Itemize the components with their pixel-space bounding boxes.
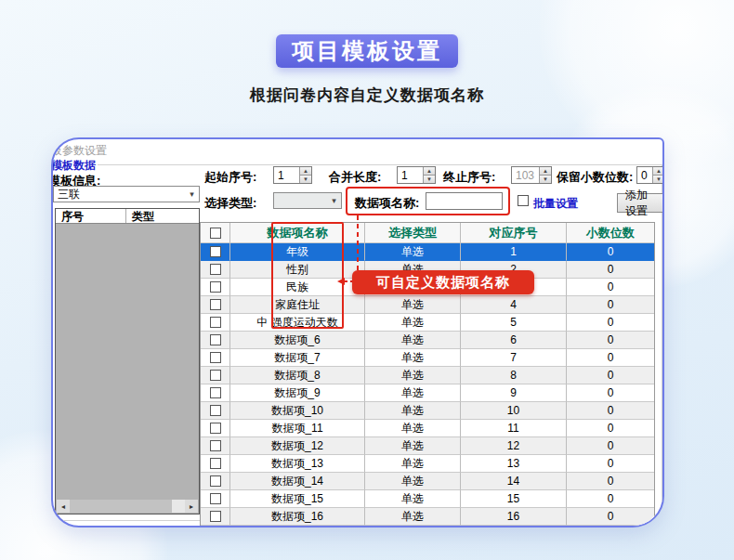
serial-cell: 14 (461, 473, 567, 490)
item-name-cell: 数据项_12 (230, 437, 365, 455)
decimals-cell: 0 (567, 473, 654, 490)
decimals-cell: 0 (567, 279, 654, 296)
table-row[interactable]: 数据项_15单选150 (201, 490, 654, 508)
annotation-balloon: 可自定义数据项名称 (352, 270, 534, 294)
merge-length-label: 合并长度: (329, 169, 381, 186)
item-name-highlight-box (346, 187, 510, 215)
select-type-cell: 单选 (365, 314, 461, 332)
table-row[interactable]: 数据项_16单选160 (201, 508, 654, 526)
row-checkbox-cell (201, 296, 230, 314)
horizontal-scrollbar[interactable]: ◂ ▸ (57, 500, 198, 513)
scroll-right-icon[interactable]: ▸ (185, 500, 198, 513)
serial-cell: 9 (461, 384, 567, 402)
decimals-cell: 0 (567, 420, 654, 437)
start-serial-label: 起始序号: (204, 169, 256, 186)
decimals-cell: 0 (567, 508, 654, 526)
serial-cell: 13 (461, 455, 567, 473)
serial-cell: 16 (461, 508, 567, 526)
decimal-keep-stepper[interactable]: 0 ▲▼ (636, 166, 664, 184)
row-checkbox[interactable] (210, 317, 221, 328)
table-row[interactable]: 数据项_8单选80 (201, 367, 654, 384)
row-checkbox[interactable] (210, 370, 221, 381)
chevron-down-icon: ▾ (185, 189, 199, 199)
row-checkbox-cell (201, 261, 230, 279)
table-row[interactable]: 数据项_6单选60 (201, 332, 654, 349)
start-serial-stepper[interactable]: 1 ▲▼ (273, 166, 312, 184)
select-type-cell: 单选 (365, 332, 461, 349)
serial-cell: 4 (461, 296, 567, 314)
row-checkbox[interactable] (210, 405, 221, 416)
table-row[interactable]: 数据项_10单选100 (201, 402, 654, 420)
row-checkbox-cell (201, 455, 230, 473)
item-name-cell: 数据项_7 (230, 349, 365, 367)
spinner-arrows-icon[interactable]: ▲▼ (652, 167, 664, 183)
row-checkbox[interactable] (210, 440, 221, 451)
table-row[interactable]: 数据项_14单选140 (201, 473, 654, 490)
row-checkbox[interactable] (210, 493, 221, 504)
table-row[interactable]: 数据项_13单选130 (201, 455, 654, 473)
template-select-value: 三联 (58, 187, 80, 202)
start-serial-value: 1 (274, 167, 299, 183)
end-serial-stepper: 103 ▲▼ (511, 166, 552, 184)
row-checkbox[interactable] (210, 246, 221, 257)
item-name-cell: 数据项_15 (230, 490, 365, 508)
table-row[interactable]: 中 强度运动天数单选50 (201, 314, 654, 332)
select-type-cell: 单选 (365, 490, 461, 508)
select-type-dropdown[interactable]: ▾ (273, 192, 342, 209)
template-select[interactable]: 三联 ▾ (53, 186, 200, 202)
scrollbar-track[interactable] (70, 500, 185, 513)
row-checkbox[interactable] (210, 264, 221, 275)
item-name-cell: 数据项_6 (230, 332, 365, 349)
select-type-cell: 单选 (365, 296, 461, 314)
row-checkbox-cell (201, 243, 230, 261)
decimals-cell: 0 (567, 296, 654, 314)
item-name-cell: 数据项_16 (230, 508, 365, 526)
page-background: 项目模板设置 根据问卷内容自定义数据项名称 模板参数设置 模板数据 模板信息: … (0, 0, 734, 560)
table-row[interactable]: 数据项_11单选110 (201, 420, 654, 437)
template-item-list[interactable]: 序号 类型 ◂ ▸ (55, 208, 200, 514)
merge-length-stepper[interactable]: 1 ▲▼ (397, 166, 436, 184)
scroll-left-icon[interactable]: ◂ (57, 500, 70, 513)
decimals-cell: 0 (567, 402, 654, 420)
row-checkbox[interactable] (210, 281, 221, 293)
table-header-row: 数据项名称 选择类型 对应序号 小数位数 (201, 223, 654, 243)
serial-cell: 5 (461, 314, 567, 332)
merge-length-value: 1 (398, 167, 423, 183)
scrollbar-thumb[interactable] (70, 500, 172, 513)
row-checkbox[interactable] (210, 423, 221, 434)
row-checkbox[interactable] (210, 352, 221, 363)
item-name-cell: 数据项_11 (230, 420, 365, 437)
list-col-serial: 序号 (56, 209, 126, 223)
row-checkbox[interactable] (210, 511, 221, 522)
row-checkbox-cell (201, 473, 230, 490)
select-type-cell: 单选 (365, 455, 461, 473)
spinner-arrows-icon[interactable]: ▲▼ (299, 167, 311, 183)
row-checkbox[interactable] (210, 475, 221, 487)
page-subtitle: 根据问卷内容自定义数据项名称 (0, 85, 734, 106)
row-checkbox[interactable] (210, 458, 221, 469)
row-checkbox[interactable] (210, 387, 221, 398)
select-all-checkbox[interactable] (210, 228, 221, 239)
spinner-arrows-icon[interactable]: ▲▼ (423, 167, 435, 183)
table-row[interactable]: 数据项_12单选120 (201, 437, 654, 455)
window-title: 模板参数设置 (51, 143, 107, 159)
add-settings-button[interactable]: 添加设置 (617, 193, 663, 213)
row-checkbox[interactable] (210, 299, 221, 310)
header-select-type: 选择类型 (365, 223, 461, 243)
table-row[interactable]: 年级单选10 (201, 243, 654, 261)
decimals-cell: 0 (567, 437, 654, 455)
item-name-cell: 数据项_8 (230, 367, 365, 384)
item-name-cell: 数据项_14 (230, 473, 365, 490)
decimals-cell: 0 (567, 314, 654, 332)
batch-set-checkbox[interactable] (518, 195, 529, 206)
row-checkbox[interactable] (210, 334, 221, 345)
select-type-label: 选择类型: (204, 195, 256, 212)
row-checkbox-cell (201, 384, 230, 402)
table-row[interactable]: 数据项_9单选90 (201, 384, 654, 402)
table-row[interactable]: 家庭住址单选40 (201, 296, 654, 314)
serial-cell: 8 (461, 367, 567, 384)
serial-cell: 11 (461, 420, 567, 437)
chevron-down-icon: ▾ (327, 196, 341, 205)
row-checkbox-cell (201, 349, 230, 367)
table-row[interactable]: 数据项_7单选70 (201, 349, 654, 367)
